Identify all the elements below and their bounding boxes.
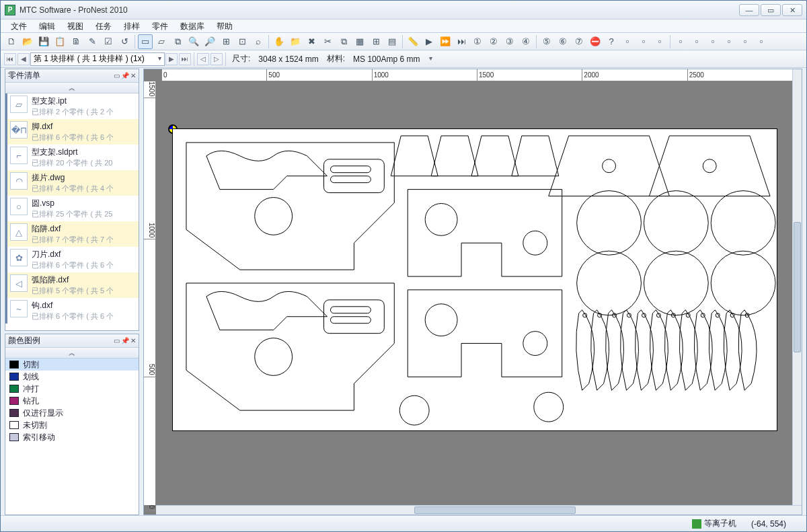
panel-minimize-icon[interactable]: ▭: [114, 72, 120, 79]
legend-row[interactable]: 钻孔: [5, 395, 139, 407]
zoom-in-button[interactable]: 🔍: [186, 34, 201, 49]
legend-row[interactable]: 冲打: [5, 383, 139, 395]
legend-collapse[interactable]: ︽: [5, 348, 139, 358]
play-button[interactable]: ▶: [422, 34, 436, 49]
nest-sheet[interactable]: [172, 128, 777, 431]
part-item[interactable]: ◠ 搓片.dwg 已排样 4 个零件 ( 共 4 个: [5, 170, 139, 196]
nav-prev-icon[interactable]: ◀: [17, 53, 30, 65]
legend-row[interactable]: 索引移动: [5, 431, 139, 443]
legend-row[interactable]: 仅进行显示: [5, 407, 139, 419]
form-button[interactable]: ☑: [101, 34, 116, 49]
panel-close-icon[interactable]: ✕: [130, 72, 136, 79]
part-list-collapse[interactable]: ︽: [5, 83, 139, 93]
ruler-tick: 0: [144, 505, 155, 511]
step-button[interactable]: ⏩: [438, 34, 453, 49]
x9-button[interactable]: ▫: [754, 34, 769, 49]
scrollbar-vertical[interactable]: [792, 69, 802, 505]
help-button[interactable]: ?: [604, 34, 619, 49]
paste-button[interactable]: 📋: [52, 34, 67, 49]
mat-dropdown-icon[interactable]: ▾: [424, 53, 436, 65]
cut-button[interactable]: ✂: [320, 34, 335, 49]
panel-pin-icon[interactable]: 📌: [121, 72, 129, 79]
panel-pin-icon[interactable]: 📌: [121, 337, 129, 344]
part-count: 已排样 7 个零件 ( 共 7 个: [32, 235, 114, 245]
grid-button[interactable]: ▦: [352, 34, 367, 49]
part-item[interactable]: △ 陷阱.dxf 已排样 7 个零件 ( 共 7 个: [5, 221, 139, 247]
seq5-button[interactable]: ⑤: [539, 34, 554, 49]
copy-button[interactable]: ⧉: [336, 34, 351, 49]
sel-poly-button[interactable]: ▱: [154, 34, 169, 49]
open-button[interactable]: 📂: [20, 34, 35, 49]
x6-button[interactable]: ▫: [705, 34, 720, 49]
skip-button[interactable]: ⏭: [454, 34, 469, 49]
menu-0[interactable]: 文件: [5, 20, 33, 33]
legend-row[interactable]: 划线: [5, 371, 139, 383]
zoom-win-button[interactable]: ⊡: [235, 34, 249, 49]
new-button[interactable]: 🗋: [4, 34, 19, 49]
x1-button[interactable]: ▫: [620, 34, 635, 49]
menu-2[interactable]: 视图: [61, 20, 89, 33]
ruler-horizontal: 050010001500200025003000: [161, 69, 792, 81]
part-item[interactable]: ⌐ 型支架.sldprt 已排样 20 个零件 ( 共 20: [5, 145, 139, 170]
minimize-button[interactable]: —: [739, 4, 759, 16]
win-sel-button[interactable]: ⧉: [170, 34, 185, 49]
menu-4[interactable]: 排样: [118, 20, 146, 33]
x5-button[interactable]: ▫: [689, 34, 704, 49]
nav-left-icon[interactable]: ◁: [197, 53, 209, 65]
scrollbar-thumb[interactable]: [794, 222, 801, 352]
zoom-out-button[interactable]: 🔎: [202, 34, 217, 49]
pan-button[interactable]: ✋: [272, 34, 286, 49]
x4-button[interactable]: ▫: [673, 34, 688, 49]
x2-button[interactable]: ▫: [636, 34, 651, 49]
menu-7[interactable]: 帮助: [210, 20, 239, 33]
x8-button[interactable]: ▫: [738, 34, 753, 49]
part-item[interactable]: �⊓ 脚.dxf 已排样 6 个零件 ( 共 6 个: [5, 119, 139, 145]
menu-5[interactable]: 零件: [146, 20, 174, 33]
scrollbar-horizontal[interactable]: [156, 505, 802, 515]
maximize-button[interactable]: ▭: [761, 4, 781, 16]
nav-last-icon[interactable]: ⏭: [179, 53, 191, 65]
zoom-obj-button[interactable]: ⌕: [251, 34, 266, 49]
folder-button[interactable]: 📁: [288, 34, 303, 49]
part-item[interactable]: ~ 钩.dxf 已排样 6 个零件 ( 共 6 个: [5, 298, 139, 324]
part-item[interactable]: ○ 圆.vsp 已排样 25 个零件 ( 共 25: [5, 196, 139, 221]
legend-row[interactable]: 未切割: [5, 419, 139, 431]
seq4-button[interactable]: ④: [518, 34, 533, 49]
x7-button[interactable]: ▫: [722, 34, 736, 49]
seq7-button[interactable]: ⑦: [572, 34, 586, 49]
dim-label: 尺寸:: [232, 53, 250, 65]
menu-6[interactable]: 数据库: [174, 20, 210, 33]
svg-point-0: [255, 198, 293, 235]
nest-canvas[interactable]: 050010001500200025003000 150010005000: [143, 69, 802, 515]
zoom-fit-button[interactable]: ⊞: [219, 34, 233, 49]
save-button[interactable]: 💾: [36, 34, 51, 49]
panel-minimize-icon[interactable]: ▭: [114, 337, 120, 344]
nav-right-icon[interactable]: ▷: [210, 53, 223, 65]
part-item[interactable]: ▱ 型支架.ipt 已排样 2 个零件 ( 共 2 个: [5, 93, 139, 119]
legend-row[interactable]: 切割: [5, 358, 139, 371]
x3-button[interactable]: ▫: [652, 34, 667, 49]
close-button[interactable]: ✕: [782, 4, 802, 16]
nav-first-icon[interactable]: ⏮: [4, 53, 16, 65]
stop-button[interactable]: ⛔: [588, 34, 603, 49]
props-button[interactable]: 🗎: [69, 34, 83, 49]
array-button[interactable]: ⊞: [369, 34, 383, 49]
menu-1[interactable]: 编辑: [33, 20, 61, 33]
undo-button[interactable]: ↺: [117, 34, 132, 49]
edit-button[interactable]: ✎: [85, 34, 100, 49]
seq3-button[interactable]: ③: [502, 34, 517, 49]
panel-close-icon[interactable]: ✕: [130, 337, 136, 344]
seq1-button[interactable]: ①: [470, 34, 485, 49]
part-item[interactable]: ✿ 刀片.dxf 已排样 6 个零件 ( 共 6 个: [5, 247, 139, 272]
scrollbar-thumb[interactable]: [414, 506, 576, 514]
seq2-button[interactable]: ②: [486, 34, 501, 49]
seq6-button[interactable]: ⑥: [555, 34, 570, 49]
sel-box-button[interactable]: ▭: [138, 34, 153, 49]
part-item[interactable]: ◁ 弧陷阱.dxf 已排样 5 个零件 ( 共 5 个: [5, 272, 139, 298]
sheet-selector[interactable]: 第 1 块排样 ( 共 1 块排样 ) (1x): [30, 52, 165, 66]
table-button[interactable]: ▤: [385, 34, 399, 49]
del-button[interactable]: ✖: [304, 34, 319, 49]
nav-next-icon[interactable]: ▶: [165, 53, 178, 65]
measure-button[interactable]: 📏: [406, 34, 420, 49]
menu-3[interactable]: 任务: [89, 20, 118, 33]
